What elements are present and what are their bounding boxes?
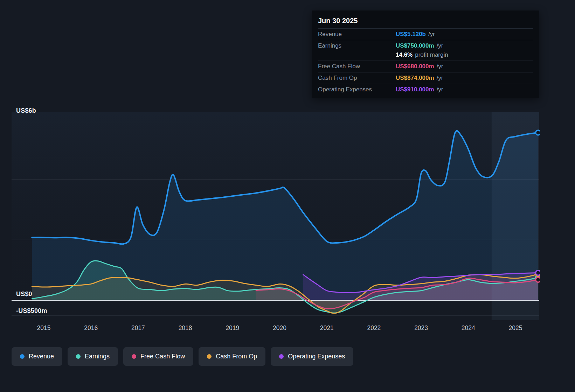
tooltip-row-earnings: EarningsUS$750.000m/yr xyxy=(318,40,533,51)
tooltip-row-label: Free Cash Flow xyxy=(318,63,396,70)
operating-expenses-end-marker[interactable] xyxy=(536,270,541,275)
legend-label: Operating Expenses xyxy=(288,353,345,360)
legend-label: Free Cash Flow xyxy=(140,353,185,360)
tooltip-row-label: Operating Expenses xyxy=(318,86,396,93)
tooltip-row-label: Cash From Op xyxy=(318,75,396,82)
tooltip-rows: RevenueUS$5.120b/yrEarningsUS$750.000m/y… xyxy=(318,28,533,95)
tooltip-row-operating-expenses: Operating ExpensesUS$910.000m/yr xyxy=(318,84,533,95)
x-axis-label-2019: 2019 xyxy=(220,324,245,332)
operating-expenses-legend-dot xyxy=(279,354,284,359)
tooltip-row-free-cash-flow: Free Cash FlowUS$680.000m/yr xyxy=(318,61,533,72)
latest-period-band xyxy=(492,112,539,320)
tooltip-row-value: US$680.000m/yr xyxy=(396,63,443,70)
x-axis-label-2021: 2021 xyxy=(314,324,339,332)
legend-item-cash-from-op[interactable]: Cash From Op xyxy=(199,347,265,366)
y-axis-label-bottom: -US$500m xyxy=(16,307,47,315)
x-axis-label-2023: 2023 xyxy=(409,324,434,332)
legend-item-revenue[interactable]: Revenue xyxy=(12,347,62,366)
x-axis-label-2017: 2017 xyxy=(126,324,150,332)
tooltip-row-value: US$750.000m/yr xyxy=(396,42,443,49)
chart-tooltip: Jun 30 2025 RevenueUS$5.120b/yrEarningsU… xyxy=(312,10,539,98)
tooltip-row-value: US$910.000m/yr xyxy=(396,86,443,93)
tooltip-row-label: Earnings xyxy=(318,42,396,49)
tooltip-row-value: US$5.120b/yr xyxy=(396,31,435,38)
legend-item-free-cash-flow[interactable]: Free Cash Flow xyxy=(123,347,193,366)
legend-label: Revenue xyxy=(29,353,54,360)
earnings-revenue-history-panel: US$6b US$0 -US$500m 20152016201720182019… xyxy=(0,0,575,392)
tooltip-row-label: Revenue xyxy=(318,31,396,38)
chart-legend: RevenueEarningsFree Cash FlowCash From O… xyxy=(12,347,353,366)
x-axis-label-2022: 2022 xyxy=(362,324,386,332)
free-cash-flow-legend-dot xyxy=(132,354,136,359)
tooltip-row-profit-margin: 14.6%profit margin xyxy=(318,51,533,61)
tooltip-row-value: 14.6%profit margin xyxy=(396,51,448,58)
cash-from-op-legend-dot xyxy=(207,354,212,359)
legend-label: Earnings xyxy=(85,353,110,360)
tooltip-row-revenue: RevenueUS$5.120b/yr xyxy=(318,28,533,40)
x-axis-label-2015: 2015 xyxy=(32,324,56,332)
tooltip-row-value: US$874.000m/yr xyxy=(396,75,443,82)
x-axis: 2015201620172018201920202021202220232024… xyxy=(0,324,575,333)
legend-label: Cash From Op xyxy=(216,353,257,360)
x-axis-label-2018: 2018 xyxy=(173,324,198,332)
y-axis-label-zero: US$0 xyxy=(16,290,32,298)
earnings-legend-dot xyxy=(76,354,81,359)
free-cash-flow-end-marker[interactable] xyxy=(536,277,541,282)
legend-item-earnings[interactable]: Earnings xyxy=(68,347,118,366)
revenue-end-marker[interactable] xyxy=(536,130,541,135)
x-axis-label-2024: 2024 xyxy=(456,324,480,332)
revenue-legend-dot xyxy=(20,354,25,359)
tooltip-date: Jun 30 2025 xyxy=(318,14,533,28)
x-axis-label-2016: 2016 xyxy=(79,324,103,332)
y-axis-label-top: US$6b xyxy=(16,107,36,114)
legend-item-operating-expenses[interactable]: Operating Expenses xyxy=(271,347,353,366)
x-axis-label-2025: 2025 xyxy=(503,324,528,332)
x-axis-label-2020: 2020 xyxy=(268,324,292,332)
tooltip-row-cash-from-op: Cash From OpUS$874.000m/yr xyxy=(318,72,533,84)
